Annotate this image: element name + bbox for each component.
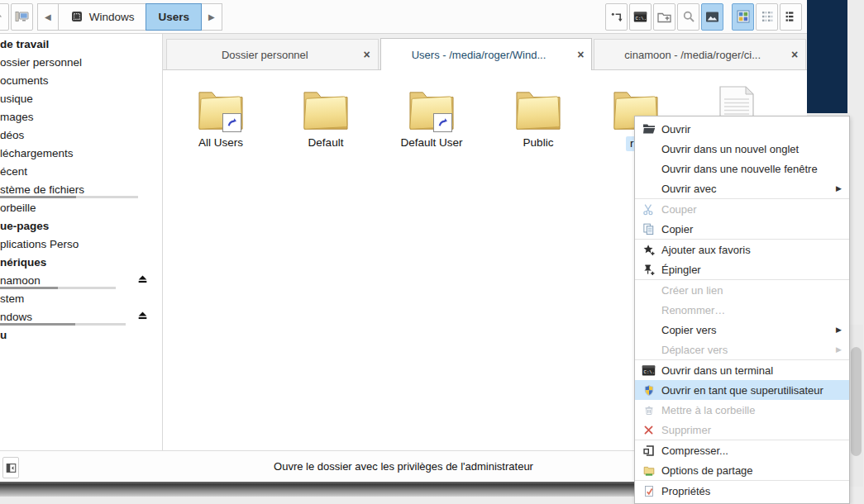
menu-item-label: Copier vers bbox=[661, 324, 831, 336]
properties-icon bbox=[641, 485, 656, 497]
show-thumbnails-button[interactable] bbox=[701, 3, 723, 31]
menu-item-cut[interactable]: Couper bbox=[635, 199, 849, 219]
windows-device-icon bbox=[70, 10, 84, 23]
sidebar-item-label: mages bbox=[0, 111, 34, 123]
sidebar-item-dossier-personnel[interactable]: ossier personnel bbox=[0, 53, 162, 71]
sidebar-item-images[interactable]: mages bbox=[0, 107, 162, 126]
sidebar-item-videos[interactable]: déos bbox=[0, 126, 162, 144]
search-button[interactable] bbox=[677, 3, 699, 31]
menu-item-add-favorites[interactable]: Ajouter aux favoris bbox=[635, 240, 849, 259]
folder-glyph-icon bbox=[300, 89, 351, 134]
breadcrumb-back-button[interactable]: ◀ bbox=[37, 3, 59, 31]
menu-item-label: Copier bbox=[661, 223, 842, 235]
tab-close-button[interactable]: × bbox=[356, 48, 378, 61]
share-icon bbox=[641, 464, 656, 477]
menu-item-open[interactable]: Ouvrir bbox=[635, 119, 849, 139]
sidebar-item-label: déos bbox=[0, 129, 24, 141]
sidebar-item-label: u bbox=[0, 329, 7, 341]
toggle-sidebar-button[interactable] bbox=[2, 457, 19, 478]
menu-item-rename[interactable]: Renommer… bbox=[635, 300, 849, 320]
sidebar-item-label: stem bbox=[0, 292, 24, 305]
menu-item-open-new-tab[interactable]: Ouvrir dans un nouvel onglet bbox=[635, 139, 849, 159]
new-folder-icon bbox=[657, 11, 671, 23]
up-arrow-icon bbox=[0, 11, 4, 23]
toolbar-left-buttons bbox=[0, 3, 34, 31]
grid-view-icon bbox=[737, 10, 750, 23]
folder-open-icon bbox=[641, 123, 656, 135]
folder-icon bbox=[392, 73, 471, 134]
breadcrumb-item-users[interactable]: Users bbox=[146, 3, 202, 31]
menu-item-delete[interactable]: Supprimer bbox=[635, 420, 849, 440]
shortcut-arrow-icon bbox=[433, 113, 452, 132]
list-view-button[interactable] bbox=[780, 3, 802, 31]
tab-home[interactable]: Dossier personnel× bbox=[166, 39, 379, 69]
file-folder-public[interactable]: Public bbox=[499, 73, 578, 149]
computer-icon bbox=[15, 10, 29, 23]
enter-location-button[interactable] bbox=[605, 3, 628, 31]
menu-item-sharing-options[interactable]: Options de partage bbox=[635, 460, 849, 480]
folder-icon bbox=[286, 73, 365, 134]
sidebar-item-marque-pages[interactable]: ue-pages bbox=[0, 216, 162, 235]
computer-button[interactable] bbox=[11, 3, 33, 31]
sidebar-item-cinamoon[interactable]: namoon bbox=[0, 271, 162, 289]
tab-cinamoon[interactable]: cinamoon - /media/roger/ci...× bbox=[594, 39, 806, 69]
sidebar-item-applications-perso[interactable]: plications Perso bbox=[0, 235, 162, 253]
hide-sidebar-icon bbox=[6, 463, 17, 473]
menu-item-copy-to[interactable]: Copier vers▶ bbox=[635, 320, 849, 340]
menu-item-compress[interactable]: Compresser... bbox=[635, 440, 849, 460]
sidebar-item-musique[interactable]: usique bbox=[0, 89, 162, 107]
new-folder-button[interactable] bbox=[653, 3, 675, 31]
menu-item-copy[interactable]: Copier bbox=[635, 219, 849, 239]
folder-icon bbox=[181, 73, 260, 134]
up-button[interactable] bbox=[0, 3, 9, 31]
menu-item-open-new-window[interactable]: Ouvrir dans une nouvelle fenêtre bbox=[635, 159, 849, 178]
sidebar-item-label: nériques bbox=[0, 256, 46, 269]
breadcrumb-item-windows[interactable]: Windows bbox=[58, 3, 147, 31]
menu-item-label: Ouvrir avec bbox=[661, 183, 831, 195]
menu-item-open-in-terminal[interactable]: C:\.Ouvrir dans un terminal bbox=[635, 360, 849, 380]
menu-item-label: Ouvrir en tant que superutilisateur bbox=[661, 384, 842, 397]
sidebar-item-label: léchargements bbox=[0, 147, 74, 159]
menu-item-open-as-root[interactable]: Ouvrir en tant que superutilisateur bbox=[635, 380, 849, 400]
scrollbar[interactable] bbox=[850, 325, 863, 487]
file-folder-default[interactable]: Default bbox=[286, 73, 365, 149]
sidebar-item-documents[interactable]: ocuments bbox=[0, 71, 162, 89]
menu-item-pin[interactable]: Épingler bbox=[635, 259, 849, 279]
menu-item-create-link[interactable]: Créer un lien bbox=[635, 280, 849, 300]
scrollbar-thumb[interactable] bbox=[851, 347, 862, 456]
breadcrumb-forward-button[interactable]: ▶ bbox=[201, 3, 222, 31]
sidebar-item-label: usique bbox=[0, 93, 33, 105]
open-terminal-button[interactable]: C:\. bbox=[629, 3, 652, 31]
sidebar-item-label: écent bbox=[0, 165, 27, 178]
tab-users[interactable]: Users - /media/roger/Wind...× bbox=[380, 38, 593, 70]
sidebar-item-espace-travail[interactable]: de travail bbox=[0, 35, 162, 53]
compact-view-button[interactable] bbox=[756, 3, 778, 31]
terminal-icon: C:\. bbox=[633, 11, 647, 23]
sidebar-item-systeme-fichiers[interactable]: stème de fichiers bbox=[0, 180, 162, 198]
file-folder-default-user[interactable]: Default User bbox=[392, 73, 471, 149]
file-label: Default bbox=[286, 136, 365, 149]
sidebar-item-peripheriques[interactable]: nériques bbox=[0, 253, 162, 271]
tab-close-button[interactable]: × bbox=[784, 48, 805, 61]
tab-close-button[interactable]: × bbox=[570, 48, 591, 61]
menu-item-label: Supprimer bbox=[661, 424, 842, 436]
eject-icon[interactable] bbox=[136, 310, 149, 321]
icon-view-button[interactable] bbox=[732, 3, 754, 31]
sidebar-item-reseau[interactable]: u bbox=[0, 326, 162, 344]
context-menu: OuvrirOuvrir dans un nouvel ongletOuvrir… bbox=[634, 116, 850, 504]
menu-item-move-to-trash[interactable]: Mettre à la corbeille bbox=[635, 400, 849, 420]
menu-item-move-to[interactable]: Déplacer vers▶ bbox=[635, 340, 849, 359]
shortcut-arrow-icon bbox=[222, 113, 241, 132]
menu-item-open-with[interactable]: Ouvrir avec▶ bbox=[635, 178, 849, 198]
menu-item-label: Propriétés bbox=[661, 485, 842, 497]
sidebar-item-corbeille[interactable]: orbeille bbox=[0, 198, 162, 216]
sidebar-item-windows[interactable]: ndows bbox=[0, 307, 162, 326]
sidebar-item-telechargements[interactable]: léchargements bbox=[0, 144, 162, 162]
sidebar: de travailossier personnelocumentsusique… bbox=[0, 34, 163, 450]
file-folder-all-users[interactable]: All Users bbox=[181, 73, 260, 149]
menu-item-properties[interactable]: Propriétés bbox=[635, 481, 849, 501]
eject-icon[interactable] bbox=[136, 273, 149, 284]
sidebar-item-recent[interactable]: écent bbox=[0, 162, 162, 180]
sidebar-item-system[interactable]: stem bbox=[0, 289, 162, 307]
sidebar-item-label: plications Perso bbox=[0, 238, 79, 250]
